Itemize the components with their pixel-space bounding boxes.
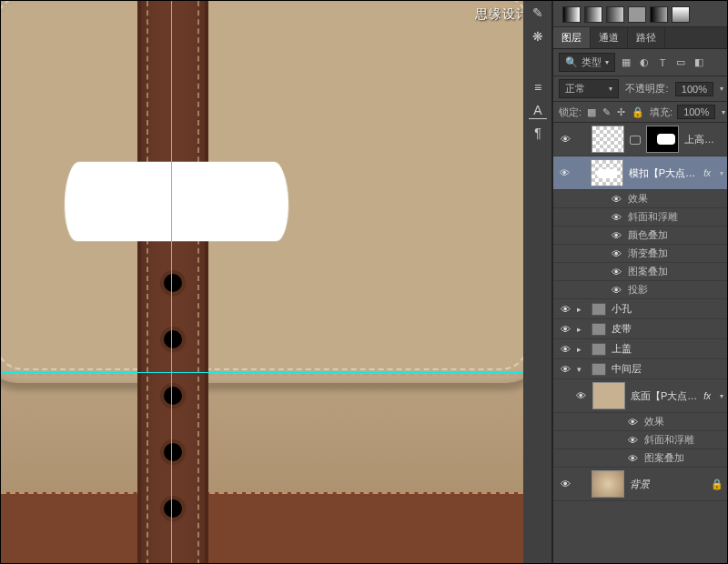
visibility-icon[interactable]: 👁 [559,324,571,335]
folder-icon [592,303,606,316]
stitch-line [1,374,523,376]
fx-item[interactable]: 👁斜面和浮雕 [553,208,728,227]
opacity-value[interactable]: 100% [675,82,713,96]
visibility-icon[interactable]: 👁 [610,267,622,277]
fx-header[interactable]: 👁效果 [553,413,728,431]
visibility-icon[interactable]: 👁 [559,134,571,145]
buckle-shape[interactable] [64,162,290,242]
lock-icon[interactable]: 🔒 [711,478,723,490]
expand-icon[interactable]: ▸ [577,325,586,334]
lock-move-icon[interactable]: ✢ [616,106,626,118]
swatch[interactable] [628,6,646,23]
expand-icon[interactable]: ▸ [577,345,586,354]
visibility-icon[interactable]: 👁 [610,248,622,259]
layer-group-belt[interactable]: 👁▸皮带 [553,319,728,339]
layer-name[interactable]: 小孔 [612,302,632,316]
visibility-icon[interactable]: 👁 [559,167,571,178]
filter-adjust-icon[interactable]: ◐ [637,56,652,69]
visibility-icon[interactable]: 👁 [610,230,622,241]
guide-vertical[interactable] [171,1,172,564]
align-icon[interactable]: ≡ [523,76,552,99]
fx-name: 渐变叠加 [628,247,668,260]
swatch[interactable] [562,6,581,23]
visibility-icon[interactable]: 👁 [559,304,571,315]
layer-thumb[interactable] [592,470,624,498]
filter-smart-icon[interactable]: ◧ [692,56,706,69]
fx-header[interactable]: 👁效果 [553,190,728,208]
chevron-down-icon[interactable]: ▾ [720,169,723,177]
lock-all-icon[interactable]: 🔒 [631,106,645,118]
layer-background[interactable]: 👁 背景 🔒 [553,468,728,501]
fill-label: 填充: [650,106,672,119]
visibility-icon[interactable]: 👁 [575,390,587,401]
filter-shape-icon[interactable]: ▭ [673,56,688,69]
document-canvas[interactable] [1,1,523,564]
filter-pixel-icon[interactable]: ▦ [619,56,633,69]
type-a-icon[interactable]: A [529,101,547,119]
layer-group-holes[interactable]: 👁▸小孔 [553,299,728,319]
visibility-icon[interactable]: 👁 [559,364,571,375]
search-icon: 🔍 [565,56,578,68]
swatch[interactable] [650,6,668,23]
swatch[interactable] [584,6,602,23]
fx-name: 斜面和浮雕 [644,433,694,447]
layer-thumb[interactable] [592,382,625,409]
layer-group-top[interactable]: 👁▸上盖 [553,339,728,359]
fx-item[interactable]: 👁斜面和浮雕 [553,431,728,449]
fx-item[interactable]: 👁渐变叠加 [553,245,728,263]
layer-top-highlight[interactable]: 👁 上高… [553,123,728,156]
layer-filter-row: 🔍 类型 ▾ ▦ ◐ T ▭ ◧ [553,49,728,76]
fx-badge[interactable]: fx [703,391,713,401]
layer-name[interactable]: 中间层 [612,362,642,376]
visibility-icon[interactable]: 👁 [610,285,622,296]
brush-panel-icon[interactable]: ❋ [523,25,552,48]
swatch[interactable] [672,6,690,23]
layer-mask-thumb[interactable] [646,126,679,153]
visibility-icon[interactable]: 👁 [610,194,622,205]
fx-item[interactable]: 👁投影 [553,281,728,299]
fx-name: 斜面和浮雕 [628,210,678,224]
visibility-icon[interactable]: 👁 [559,478,571,489]
lock-brush-icon[interactable]: ✎ [602,106,612,118]
visibility-icon[interactable]: 👁 [626,435,639,446]
layer-name[interactable]: 模扣【P大点S】 [629,166,698,180]
layer-buckle[interactable]: 👁 模扣【P大点S】 fx ▾ [553,156,728,190]
blend-mode-row: 正常 ▾ 不透明度: 100% ▾ [553,76,728,102]
layer-thumb[interactable] [592,126,624,153]
expand-icon[interactable]: ▾ [577,365,586,374]
lock-pixels-icon[interactable]: ▩ [586,106,597,118]
fx-name: 图案叠加 [628,265,668,278]
layer-name[interactable]: 皮带 [612,322,632,336]
blend-mode-dropdown[interactable]: 正常 ▾ [559,79,619,98]
layer-group-middle[interactable]: 👁▾中间层 [553,359,728,379]
visibility-icon[interactable]: 👁 [559,344,571,355]
visibility-icon[interactable]: 👁 [626,453,639,464]
chevron-down-icon[interactable]: ▾ [720,85,723,93]
paragraph-icon[interactable]: ¶ [523,121,552,145]
tab-channels[interactable]: 通道 [591,27,628,48]
layer-thumb[interactable] [591,159,623,186]
tab-paths[interactable]: 路径 [628,27,665,48]
layers-list[interactable]: 👁 上高… 👁 模扣【P大点S】 fx ▾ 👁效果 👁斜面和浮雕 👁颜色叠加 👁… [553,123,728,564]
layer-name[interactable]: 上高… [684,133,714,146]
fx-item[interactable]: 👁颜色叠加 [553,227,728,245]
brush-icon[interactable]: ✎ [523,1,552,25]
fx-item[interactable]: 👁图案叠加 [553,449,728,468]
layer-bottom-face[interactable]: 👁 底面【P大点S】 fx ▾ [553,379,728,413]
fill-value[interactable]: 100% [677,105,715,119]
fx-item[interactable]: 👁图案叠加 [553,263,728,281]
tab-layers[interactable]: 图层 [553,27,591,48]
filter-type-dropdown[interactable]: 🔍 类型 ▾ [559,53,615,72]
layer-name[interactable]: 底面【P大点S】 [631,389,698,403]
layer-name[interactable]: 上盖 [612,342,632,356]
chevron-down-icon[interactable]: ▾ [720,392,723,400]
fx-badge[interactable]: fx [703,168,713,178]
visibility-icon[interactable]: 👁 [610,212,622,223]
visibility-icon[interactable]: 👁 [626,417,639,428]
layer-name[interactable]: 背景 [630,478,650,491]
chevron-down-icon[interactable]: ▾ [722,108,725,116]
guide-horizontal[interactable] [1,372,523,373]
expand-icon[interactable]: ▸ [577,305,586,314]
filter-type-icon[interactable]: T [655,56,670,69]
swatch[interactable] [606,6,624,23]
